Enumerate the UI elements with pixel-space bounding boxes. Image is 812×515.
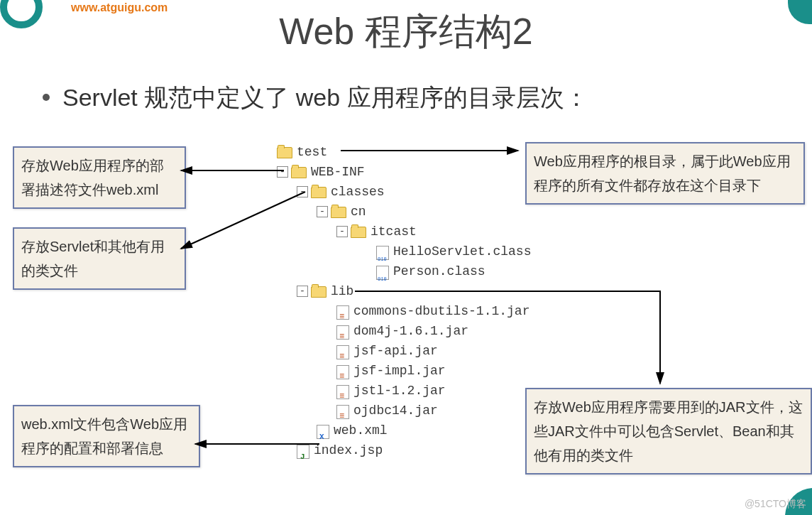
tree-node-jar-file[interactable]: commons-dbutils-1.1.jar <box>277 301 531 321</box>
bullet-text: Servlet 规范中定义了 web 应用程序的目录层次： <box>43 82 588 114</box>
callout-webinf: 存放Web应用程序的部署描述符文件web.xml <box>13 146 186 209</box>
jar-file-icon <box>336 405 349 419</box>
tree-node-jar-file[interactable]: jsf-impl.jar <box>277 361 531 381</box>
jar-file-icon <box>336 305 349 320</box>
node-label: Person.class <box>393 261 485 281</box>
jar-file-icon <box>336 365 349 379</box>
tree-node-class-file[interactable]: Person.class <box>277 261 531 281</box>
folder-icon <box>277 147 292 158</box>
bullet-dot-icon <box>43 94 50 101</box>
node-label: commons-dbutils-1.1.jar <box>353 301 530 321</box>
tree-collapse-icon[interactable]: - <box>297 186 308 197</box>
callout-lib: 存放Web应用程序需要用到的JAR文件，这些JAR文件中可以包含Servlet、… <box>525 388 812 475</box>
xml-file-icon <box>317 425 329 439</box>
node-label: cn <box>351 202 366 222</box>
watermark: @51CTO博客 <box>745 498 806 511</box>
tree-node-class-file[interactable]: HelloServlet.class <box>277 242 531 261</box>
tree-node-jar-file[interactable]: jstl-1.2.jar <box>277 381 531 401</box>
tree-node-pkg-cn[interactable]: - cn <box>277 202 531 222</box>
jsp-file-icon <box>297 445 309 459</box>
jar-file-icon <box>336 385 349 399</box>
callout-classes: 存放Servlet和其他有用的类文件 <box>13 227 186 290</box>
file-tree: test - WEB-INF - classes - cn - itcast H… <box>277 142 531 460</box>
tree-collapse-icon[interactable]: - <box>336 226 348 237</box>
node-label: itcast <box>371 222 417 242</box>
tree-collapse-icon[interactable]: - <box>297 286 308 297</box>
tree-node-webinf[interactable]: - WEB-INF <box>277 162 531 182</box>
node-label: WEB-INF <box>311 162 365 182</box>
node-label: lib <box>331 281 353 301</box>
node-label: jsf-api.jar <box>353 341 438 361</box>
folder-icon <box>331 207 346 218</box>
tree-collapse-icon[interactable]: - <box>277 166 288 178</box>
callout-root: Web应用程序的根目录，属于此Web应用程序的所有文件都存放在这个目录下 <box>525 142 805 205</box>
node-label: ojdbc14.jar <box>353 401 438 421</box>
page-title: Web 程序结构2 <box>0 7 812 57</box>
jar-file-icon <box>336 325 349 340</box>
node-label: test <box>297 142 327 162</box>
tree-node-webxml[interactable]: web.xml <box>277 421 531 440</box>
tree-node-lib[interactable]: - lib <box>277 281 531 301</box>
tree-node-jar-file[interactable]: dom4j-1.6.1.jar <box>277 321 531 341</box>
node-label: classes <box>331 182 385 202</box>
folder-icon <box>351 227 366 238</box>
node-label: jstl-1.2.jar <box>353 381 446 401</box>
node-label: dom4j-1.6.1.jar <box>353 321 468 341</box>
class-file-icon <box>376 266 389 280</box>
tree-node-jar-file[interactable]: jsf-api.jar <box>277 341 531 361</box>
folder-icon <box>311 286 327 298</box>
callout-webxml: web.xml文件包含Web应用程序的配置和部署信息 <box>13 405 200 467</box>
node-label: HelloServlet.class <box>393 242 531 261</box>
tree-node-indexjsp[interactable]: index.jsp <box>277 440 531 460</box>
folder-icon <box>291 167 307 178</box>
class-file-icon <box>376 246 389 260</box>
node-label: jsf-impl.jar <box>353 361 446 381</box>
tree-node-jar-file[interactable]: ojdbc14.jar <box>277 401 531 421</box>
tree-node-pkg-itcast[interactable]: - itcast <box>277 222 531 242</box>
jar-file-icon <box>336 345 349 359</box>
tree-node-root[interactable]: test <box>277 142 531 162</box>
bullet-label: Servlet 规范中定义了 web 应用程序的目录层次： <box>62 84 588 111</box>
folder-icon <box>311 187 327 198</box>
tree-node-classes[interactable]: - classes <box>277 182 531 202</box>
tree-collapse-icon[interactable]: - <box>317 206 328 217</box>
